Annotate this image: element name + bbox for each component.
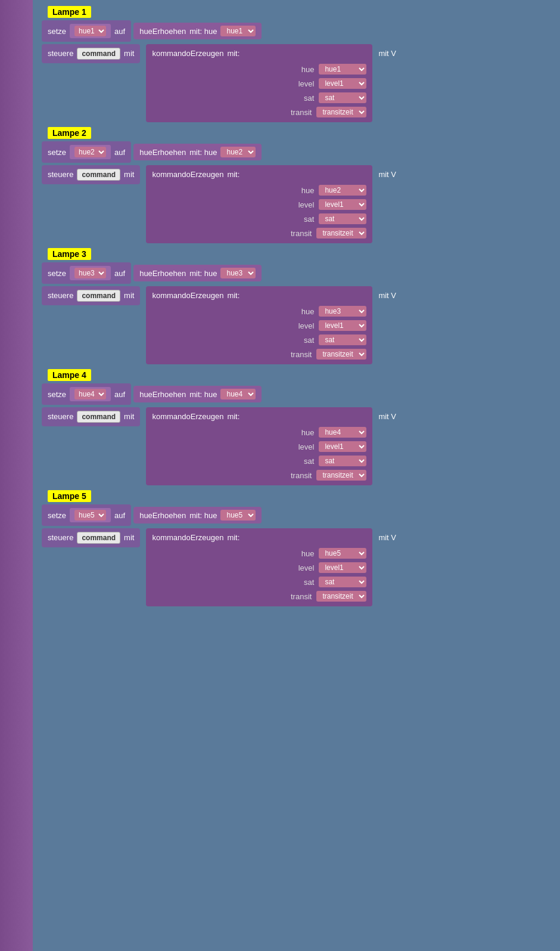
kommando-select-3-hue[interactable]: hue3 xyxy=(319,306,366,317)
hue-var-select-1[interactable]: hue1 xyxy=(220,26,256,36)
setze-row-4: setzehue4aufhueErhoehenmit: huehue4 xyxy=(42,383,554,405)
steuere-text: steuere xyxy=(48,48,73,58)
setze-var-connector-2[interactable]: hue2 xyxy=(70,145,111,159)
kommando-mit-text: mit: xyxy=(227,412,239,421)
kommando-label-4-transit: transit xyxy=(282,471,312,480)
setze-block-5: setzehue5auf xyxy=(42,504,131,526)
hue-erhoehen-text: hueErhoehen xyxy=(139,390,186,399)
command-badge-5: command xyxy=(77,532,120,544)
mit-text: mit xyxy=(124,290,134,300)
kommando-erzeugen-text: kommandoErzeugen xyxy=(152,412,223,421)
kommando-label-1-level: level xyxy=(284,79,314,88)
kommando-row-1-sat: satsat xyxy=(152,92,366,103)
kommando-select-4-level[interactable]: level1 xyxy=(319,441,366,452)
kommando-select-5-level[interactable]: level1 xyxy=(319,562,366,573)
kommando-select-1-hue[interactable]: hue1 xyxy=(319,64,366,75)
hue-var-select-3[interactable]: hue3 xyxy=(220,268,256,278)
kommando-select-2-transit[interactable]: transitzeit xyxy=(316,228,366,238)
kommando-select-3-sat[interactable]: sat xyxy=(319,334,366,345)
steuere-row-4: steuerecommandmitkommandoErzeugenmit:hue… xyxy=(42,407,554,485)
lamp-label-5: Lampe 5 xyxy=(48,490,91,502)
kommando-select-5-hue[interactable]: hue5 xyxy=(319,548,366,559)
lamp-group-4: Lampe 4setzehue4aufhueErhoehenmit: huehu… xyxy=(36,369,554,485)
setze-row-3: setzehue3aufhueErhoehenmit: huehue3 xyxy=(42,262,554,284)
kommando-select-4-sat[interactable]: sat xyxy=(319,456,366,466)
setze-var-connector-3[interactable]: hue3 xyxy=(70,266,111,280)
kommando-label-1-hue: hue xyxy=(284,65,314,74)
kommando-erzeugen-text: kommandoErzeugen xyxy=(152,49,223,58)
setze-var-select-3[interactable]: hue3 xyxy=(74,268,106,278)
setze-block-2: setzehue2auf xyxy=(42,141,131,163)
kommando-select-3-transit[interactable]: transitzeit xyxy=(316,349,366,360)
hue-erhoehen-block-3: hueErhoehenmit: huehue3 xyxy=(133,265,262,281)
command-badge-4: command xyxy=(77,411,120,423)
steuere-inner-2: steuerecommandmit xyxy=(42,165,140,184)
kommando-row-5-hue: huehue5 xyxy=(152,548,366,559)
setze-block-3: setzehue3auf xyxy=(42,262,131,284)
kommando-header: kommandoErzeugenmit: xyxy=(152,49,366,58)
steuere-row-2: steuerecommandmitkommandoErzeugenmit:hue… xyxy=(42,165,554,243)
kommando-select-2-hue[interactable]: hue2 xyxy=(319,185,366,196)
hue-var-select-4[interactable]: hue4 xyxy=(220,389,256,399)
setze-text: setze xyxy=(48,269,66,278)
mit-text: mit xyxy=(124,169,134,179)
kommando-label-4-hue: hue xyxy=(284,428,314,437)
mit-hue-text: mit: hue xyxy=(189,511,217,520)
setze-block-1: setzehue1auf xyxy=(42,20,131,42)
setze-row-1: setzehue1aufhueErhoehenmit: huehue1 xyxy=(42,20,554,42)
kommando-erzeugen-text: kommandoErzeugen xyxy=(152,291,223,300)
kommando-select-2-level[interactable]: level1 xyxy=(319,199,366,210)
kommando-select-5-transit[interactable]: transitzeit xyxy=(316,591,366,602)
setze-var-select-2[interactable]: hue2 xyxy=(74,147,106,157)
mit-v-label-1: mit V xyxy=(378,44,396,58)
auf-text: auf xyxy=(114,148,125,157)
command-badge-2: command xyxy=(77,169,120,181)
kommando-label-3-sat: sat xyxy=(284,336,314,345)
setze-text: setze xyxy=(48,390,66,399)
kommando-select-1-transit[interactable]: transitzeit xyxy=(316,107,366,117)
kommando-row-5-sat: satsat xyxy=(152,577,366,587)
mit-hue-text: mit: hue xyxy=(189,27,217,36)
kommando-header: kommandoErzeugenmit: xyxy=(152,170,366,179)
auf-text: auf xyxy=(114,390,125,399)
kommando-label-3-transit: transit xyxy=(282,350,312,359)
setze-var-connector-5[interactable]: hue5 xyxy=(70,508,111,522)
setze-var-select-5[interactable]: hue5 xyxy=(74,510,106,521)
kommando-label-3-level: level xyxy=(284,321,314,330)
kommando-select-1-sat[interactable]: sat xyxy=(319,92,366,103)
setze-row-2: setzehue2aufhueErhoehenmit: huehue2 xyxy=(42,141,554,163)
hue-var-select-5[interactable]: hue5 xyxy=(220,510,256,521)
mit-v-label-3: mit V xyxy=(378,286,396,300)
auf-text: auf xyxy=(114,511,125,520)
kommando-select-4-transit[interactable]: transitzeit xyxy=(316,470,366,481)
hue-erhoehen-block-5: hueErhoehenmit: huehue5 xyxy=(133,507,262,523)
setze-var-select-4[interactable]: hue4 xyxy=(74,389,106,399)
kommando-label-5-transit: transit xyxy=(282,592,312,601)
kommando-mit-text: mit: xyxy=(227,49,239,58)
kommando-select-4-hue[interactable]: hue4 xyxy=(319,427,366,438)
kommando-select-3-level[interactable]: level1 xyxy=(319,320,366,331)
kommando-select-1-level[interactable]: level1 xyxy=(319,78,366,89)
hue-var-select-2[interactable]: hue2 xyxy=(220,147,256,157)
kommando-row-3-sat: satsat xyxy=(152,334,366,345)
setze-text: setze xyxy=(48,148,66,157)
kommando-label-2-hue: hue xyxy=(284,186,314,195)
mit-hue-text: mit: hue xyxy=(189,148,217,157)
kommando-select-5-sat[interactable]: sat xyxy=(319,577,366,587)
setze-var-connector-1[interactable]: hue1 xyxy=(70,24,111,38)
kommando-block-4: kommandoErzeugenmit:huehue4levellevel1sa… xyxy=(146,407,372,485)
kommando-row-5-transit: transittransitzeit xyxy=(152,591,366,602)
command-badge-3: command xyxy=(77,290,120,302)
kommando-block-3: kommandoErzeugenmit:huehue3levellevel1sa… xyxy=(146,286,372,364)
kommando-select-2-sat[interactable]: sat xyxy=(319,213,366,224)
setze-var-select-1[interactable]: hue1 xyxy=(74,26,106,36)
kommando-label-2-level: level xyxy=(284,200,314,209)
mit-v-label-5: mit V xyxy=(378,528,396,542)
setze-block-4: setzehue4auf xyxy=(42,383,131,405)
setze-var-connector-4[interactable]: hue4 xyxy=(70,387,111,401)
kommando-row-4-hue: huehue4 xyxy=(152,427,366,438)
hue-erhoehen-text: hueErhoehen xyxy=(139,269,186,278)
kommando-erzeugen-text: kommandoErzeugen xyxy=(152,170,223,179)
steuere-text: steuere xyxy=(48,169,73,179)
kommando-label-1-sat: sat xyxy=(284,94,314,103)
